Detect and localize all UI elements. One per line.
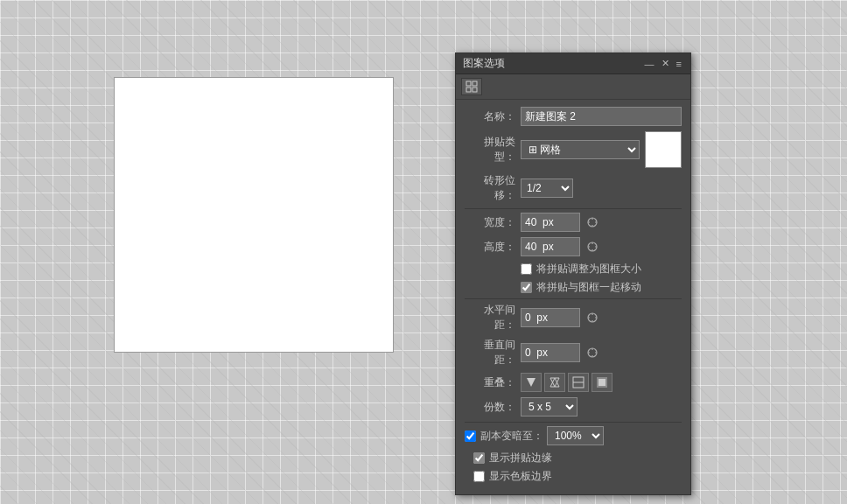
show-edges-checkbox[interactable]: [473, 452, 485, 464]
cb2-label[interactable]: 将拼贴与图框一起移动: [536, 280, 641, 295]
offset-label: 砖形位移：: [465, 173, 515, 203]
height-input[interactable]: [521, 237, 580, 256]
tile-type-row: 拼贴类型： ⊞ 网格 砖形(按行) 砖形(按列) 六边形(按行) 六边形(按列): [465, 131, 682, 168]
divider-2: [465, 298, 682, 299]
h-gap-row: 水平间距：: [465, 303, 682, 332]
opacity-select-wrapper: 100% 75% 50% 25%: [547, 426, 604, 445]
blend-buttons: [521, 373, 612, 392]
v-gap-row: 垂直间距：: [465, 338, 682, 368]
link-icon: [585, 215, 599, 229]
height-label: 高度：: [465, 240, 515, 255]
opacity-checkbox[interactable]: [465, 430, 476, 442]
height-link-icon[interactable]: [584, 238, 601, 256]
show-edges-label[interactable]: 显示拼贴边缘: [489, 451, 552, 466]
svg-marker-26: [550, 378, 559, 387]
blend-btn-3[interactable]: [568, 373, 589, 392]
cb2-row: 将拼贴与图框一起移动: [521, 280, 682, 295]
pattern-tool-icon: [466, 80, 478, 93]
tile-preview-inner: [646, 132, 681, 167]
name-input[interactable]: [521, 107, 682, 126]
panel-menu-btn[interactable]: ≡: [675, 59, 683, 69]
v-gap-input[interactable]: [521, 343, 580, 362]
tile-type-select-wrapper: ⊞ 网格 砖形(按行) 砖形(按列) 六边形(按行) 六边形(按列): [521, 140, 640, 159]
show-swatch-row: 显示色板边界: [473, 469, 682, 484]
show-edges-row: 显示拼贴边缘: [473, 451, 682, 466]
v-gap-icon-svg: [585, 346, 599, 360]
copies-select[interactable]: 5 x 5 3 x 3 7 x 7: [521, 397, 578, 416]
h-gap-input-group: [521, 308, 601, 327]
show-swatch-label[interactable]: 显示色板边界: [489, 469, 552, 484]
blend-btn-4[interactable]: [592, 373, 612, 392]
width-label: 宽度：: [465, 215, 515, 230]
height-link-icon-svg: [585, 240, 599, 254]
v-gap-icon[interactable]: [584, 344, 601, 361]
opacity-row: 副本变暗至： 100% 75% 50% 25%: [465, 426, 682, 445]
overlap-label: 重叠：: [465, 375, 515, 390]
offset-row: 砖形位移： 1/2 1/3 1/4: [465, 173, 682, 203]
cb1-label[interactable]: 将拼贴调整为图框大小: [536, 262, 641, 276]
width-row: 宽度：: [465, 213, 682, 232]
blend-icon-4: [596, 376, 608, 388]
svg-rect-2: [466, 88, 471, 92]
tile-type-label: 拼贴类型：: [465, 135, 515, 164]
svg-rect-1: [472, 81, 477, 86]
overlap-row: 重叠：: [465, 373, 682, 392]
blend-icon-3: [572, 376, 584, 388]
tile-preview: [645, 131, 682, 168]
v-gap-label: 垂直间距：: [465, 338, 515, 368]
opacity-label: 副本变暗至：: [480, 429, 543, 444]
cb1-checkbox[interactable]: [521, 263, 532, 275]
pattern-tool-btn[interactable]: [461, 78, 482, 95]
height-input-group: [521, 237, 601, 256]
copies-label: 份数：: [465, 400, 515, 415]
cb2-checkbox[interactable]: [521, 282, 532, 293]
name-row: 名称：: [465, 107, 682, 126]
divider-1: [465, 208, 682, 209]
canvas-area: [114, 77, 394, 353]
blend-icon-2: [549, 376, 561, 388]
h-gap-icon-svg: [585, 311, 599, 325]
svg-marker-25: [550, 378, 559, 387]
h-gap-input[interactable]: [521, 308, 580, 327]
panel-title: 图案选项: [463, 56, 505, 71]
v-gap-input-group: [521, 343, 601, 362]
show-swatch-checkbox[interactable]: [473, 471, 485, 482]
svg-marker-24: [527, 378, 536, 387]
copies-input-group: 5 x 5 3 x 3 7 x 7: [521, 397, 578, 416]
height-row: 高度：: [465, 237, 682, 256]
h-gap-icon[interactable]: [584, 309, 601, 326]
divider-3: [465, 422, 682, 423]
width-input-group: [521, 213, 601, 232]
name-label: 名称：: [465, 109, 515, 124]
panel-close-btn[interactable]: ✕: [660, 58, 671, 69]
panel-titlebar: 图案选项 — ✕ ≡: [456, 53, 690, 74]
tile-type-select[interactable]: ⊞ 网格 砖形(按行) 砖形(按列) 六边形(按行) 六边形(按列): [521, 140, 640, 159]
offset-select[interactable]: 1/2 1/3 1/4: [521, 178, 573, 198]
blend-icon-1: [525, 376, 537, 388]
cb1-row: 将拼贴调整为图框大小: [521, 262, 682, 276]
width-link-icon[interactable]: [584, 214, 601, 231]
opacity-select[interactable]: 100% 75% 50% 25%: [547, 426, 604, 445]
svg-rect-30: [598, 379, 606, 386]
panel-toolbar: [456, 74, 690, 100]
blend-btn-1[interactable]: [521, 373, 542, 392]
svg-rect-3: [472, 88, 477, 92]
blend-btn-2[interactable]: [544, 373, 565, 392]
panel-collapse-btn[interactable]: —: [643, 59, 656, 69]
panel-body: 名称： 拼贴类型： ⊞ 网格 砖形(按行) 砖形(按列) 六边形(按行) 六边形…: [456, 100, 690, 494]
copies-row: 份数： 5 x 5 3 x 3 7 x 7: [465, 397, 682, 416]
panel-controls: — ✕ ≡: [643, 58, 683, 69]
svg-rect-0: [466, 81, 471, 86]
h-gap-label: 水平间距：: [465, 303, 515, 332]
pattern-options-panel: 图案选项 — ✕ ≡ 名称： 拼贴类型：: [455, 52, 691, 495]
width-input[interactable]: [521, 213, 580, 232]
